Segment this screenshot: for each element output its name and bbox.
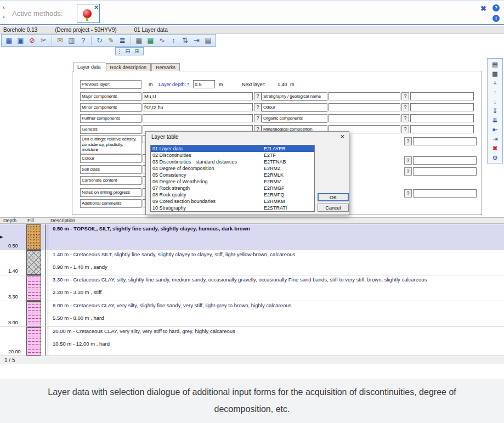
field-help-button[interactable]: ? <box>401 114 409 122</box>
preview-icon[interactable]: ⊙ <box>490 153 500 162</box>
field-input-extra-4[interactable] <box>413 189 477 198</box>
field-input-extra-2[interactable] <box>413 156 477 165</box>
dialog-item-03-discontinuities-standard-distances[interactable]: 03 Discontinuities - standard distancesE… <box>151 159 314 165</box>
layer-row-0.50[interactable]: ▶0.500.50 m - TOPSOIL, SILT, slightly fi… <box>0 224 504 250</box>
field-label-stratigraphy-geological-name[interactable]: Stratigraphy / geological name <box>262 92 327 101</box>
refresh-icon[interactable]: ↻ <box>94 35 105 46</box>
cancel-button[interactable]: Cancel <box>318 204 349 212</box>
form-view-icon[interactable]: ▤ <box>490 60 500 69</box>
field-label-genesis[interactable]: Genesis <box>80 125 141 134</box>
field-input2-odour[interactable] <box>410 103 474 111</box>
dialog-item-06-degree-of-weathering[interactable]: 06 Degree of WeatheringE2RMV <box>151 178 314 185</box>
swap-icon[interactable]: ⇅ <box>180 35 190 46</box>
field-label-drill-cuttings-relative-density-consistenc[interactable]: Drill cuttings: relative density, consis… <box>80 135 141 154</box>
dialog-item-07-rock-strength[interactable]: 07 Rock strengthE2RMGF <box>151 185 314 191</box>
transfer-icon[interactable]: ⇥ <box>191 35 202 46</box>
window-info-icon[interactable]: i <box>492 15 500 22</box>
help-icon[interactable]: ? <box>78 35 88 46</box>
field-input-extra-1[interactable] <box>413 137 477 145</box>
field-input2-stratigraphy-geological-name[interactable] <box>410 92 474 100</box>
field-label-organic-components[interactable]: Organic components <box>262 114 327 123</box>
cut-icon[interactable]: ✂ <box>38 35 49 46</box>
print-icon[interactable]: ▥ <box>66 35 77 46</box>
field-label-odour[interactable]: Odour <box>262 103 327 112</box>
dialog-item-01-layer-data[interactable]: 01 Layer dataE2LAYER <box>151 145 314 152</box>
save-icon[interactable]: ▣ <box>15 35 26 46</box>
field-label-further-components[interactable]: Further components <box>80 114 141 123</box>
field-label-carbonate-content[interactable]: Carbonate content <box>80 176 141 185</box>
dialog-item-09-cored-section-boundaries[interactable]: 09 Cored section boundariesE2RMKM <box>151 198 314 205</box>
delete-record-icon[interactable]: ✖ <box>490 144 500 153</box>
dialog-item-10-stratigraphy[interactable]: 10 StratigraphyE2STRATI <box>151 205 314 211</box>
email-icon[interactable]: ✉ <box>55 35 65 46</box>
field-help-button[interactable]: ? <box>401 103 409 111</box>
dialog-item-04-degree-of-decomposition[interactable]: 04 Degree of decompositionE2RMZ <box>151 165 314 172</box>
field-input-extra-3[interactable] <box>413 167 477 176</box>
layer-row-20.00[interactable]: 20.0020.00 m - Cretaceous CLAY, very sil… <box>0 327 504 356</box>
arrow-down-icon[interactable]: ↓ <box>490 97 500 106</box>
active-method-item[interactable]: ✕ <box>77 4 100 23</box>
form-icon[interactable]: ▤ <box>203 35 213 46</box>
field-input-stratigraphy-geological-name[interactable] <box>329 92 400 100</box>
arrow-to-bottom-icon[interactable]: ↧ <box>490 106 500 115</box>
table-view-icon[interactable]: ▦ <box>490 69 500 78</box>
chevron-right-icon[interactable]: › <box>3 12 5 21</box>
move-icon[interactable]: + <box>490 78 500 87</box>
table-select-icon[interactable]: ▦ <box>145 35 156 46</box>
dialog-item-08-rock-quality[interactable]: 08 Rock qualityE2RMFQ <box>151 191 314 198</box>
dialog-close-icon[interactable]: ✕ <box>340 133 345 140</box>
double-arrow-down-icon[interactable]: ⇊ <box>490 116 500 125</box>
field-help-button[interactable]: ? <box>254 114 262 122</box>
field-help-button[interactable]: ? <box>254 103 262 111</box>
field-help-button[interactable]: ? <box>401 92 409 100</box>
field-input-further-components[interactable] <box>143 114 253 122</box>
field-input-odour[interactable] <box>329 103 400 111</box>
field-input-organic-components[interactable] <box>329 114 400 122</box>
new-table-icon[interactable]: ▦ <box>4 35 14 46</box>
tab-remarks[interactable]: Remarks <box>151 63 180 71</box>
close-window-icon[interactable]: ✖ <box>480 4 486 13</box>
remove-method-icon[interactable]: ✕ <box>94 4 99 10</box>
field-input-major-components[interactable] <box>143 92 253 100</box>
tab-layer-data[interactable]: Layer data <box>73 63 105 72</box>
dialog-item-05-consistency[interactable]: 05 ConsistencyE2RMLK <box>151 172 314 178</box>
breadcrumb-item-01-layer-data[interactable]: 01 Layer data <box>134 27 168 33</box>
field-label-colour[interactable]: Colour <box>80 154 141 163</box>
field-label-notes-on-drilling-progress[interactable]: Notes on drilling progress <box>80 188 141 197</box>
cancel-icon[interactable]: ⊘ <box>27 35 37 46</box>
breadcrumb-item-demo-project-50hyv9[interactable]: (Demo project - 50HYV9) <box>55 27 116 33</box>
book-icon[interactable]: ≣ <box>117 35 128 46</box>
field-input-minor-components[interactable] <box>143 103 253 111</box>
field-label-additional-comments[interactable]: Additional comments <box>80 199 141 208</box>
arrow-up-icon[interactable]: ↑ <box>168 35 179 46</box>
tab-rock-description[interactable]: Rock description <box>106 63 151 71</box>
tree-table-icon[interactable]: ⊞ <box>133 48 141 55</box>
window-help-icon[interactable]: ? <box>492 4 500 12</box>
arrow-up-icon[interactable]: ↑ <box>490 88 500 97</box>
tree-view-icon[interactable]: ⊟ <box>124 48 132 55</box>
field-help-button[interactable]: ? <box>404 137 412 145</box>
ok-button[interactable]: OK <box>318 193 349 201</box>
field-help-button[interactable]: ? <box>404 156 412 165</box>
field-help-button[interactable]: ? <box>404 189 412 198</box>
layer-depth-input[interactable] <box>193 80 215 88</box>
field-label-soil-class[interactable]: Soil class <box>80 165 141 174</box>
field-input2-organic-components[interactable] <box>410 114 474 122</box>
collapse-chevrons[interactable]: ‹ › <box>3 3 5 21</box>
layer-row-8.00[interactable]: 8.008.00 m - Cretaceous CLAY, very silty… <box>0 301 504 327</box>
field-help-button[interactable]: ? <box>401 125 409 133</box>
dialog-item-02-discontinuities[interactable]: 02 DiscontinuitiesE2TF <box>151 152 314 159</box>
field-label-major-components[interactable]: Major components <box>80 92 141 101</box>
breadcrumb-item-borehole-0-13[interactable]: Borehole 0.13 <box>3 27 37 33</box>
field-help-button[interactable]: ? <box>254 92 262 100</box>
field-label-minor-components[interactable]: Minor components <box>80 103 141 112</box>
field-input2-mineralogical-composition[interactable] <box>410 125 474 133</box>
layer-row-3.30[interactable]: 3.303.30 m - Cretaceous CLAY, silty, sli… <box>0 275 504 301</box>
chart-icon[interactable]: ∿ <box>157 35 167 46</box>
edit-list-icon[interactable]: ✎ <box>106 35 116 46</box>
extract-record-icon[interactable]: ⇥ <box>490 134 500 143</box>
table-icon[interactable]: ▦ <box>134 35 144 46</box>
layer-row-1.40[interactable]: 1.401.40 m - Cretaceous SILT, slightly f… <box>0 250 504 275</box>
chevron-left-icon[interactable]: ‹ <box>3 3 5 12</box>
insert-record-icon[interactable]: ⇤ <box>490 125 500 134</box>
